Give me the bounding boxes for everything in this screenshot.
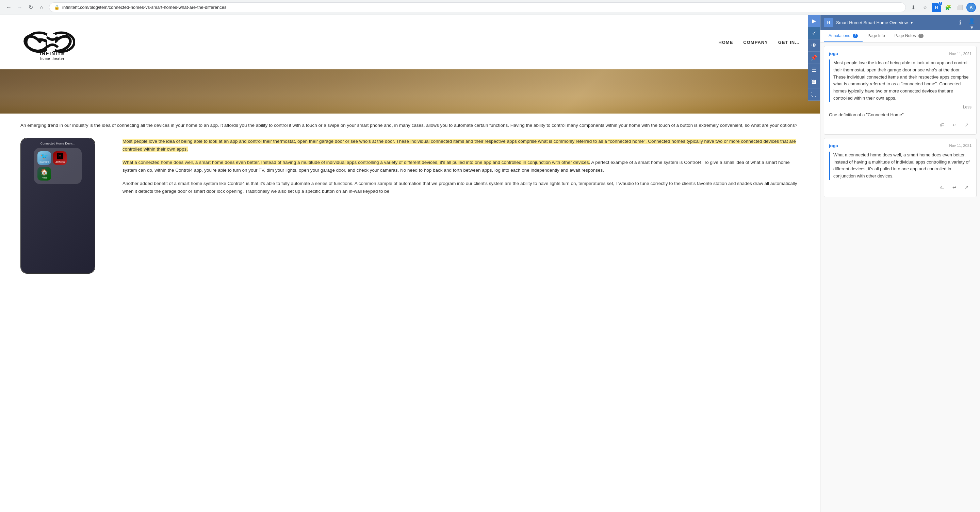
sidebar-icon-eye[interactable]: 👁 <box>808 40 820 52</box>
annotations-count-badge: 2 <box>853 34 858 38</box>
website-content: INFINITE home theater HOME COMPANY GET I… <box>0 15 820 512</box>
annotation-1-date: Nov 11, 2021 <box>950 52 972 56</box>
article-text: Most people love the idea of being able … <box>123 138 800 274</box>
tab-page-notes[interactable]: Page Notes 1 <box>890 30 929 42</box>
address-bar[interactable]: 🔒 infiniteht.com/blog/item/connected-hom… <box>49 2 906 12</box>
tab-page-info[interactable]: Page Info <box>862 30 889 42</box>
sidebar-icon-expand[interactable]: ⛶ <box>808 89 820 101</box>
annotation-2-quote: What a connected home does well, a smart… <box>829 152 972 180</box>
paragraph-2: What a connected home does well, a smart… <box>123 159 800 174</box>
hero-overlay <box>0 69 820 114</box>
annotation-1-user: joga <box>829 51 838 56</box>
intro-paragraph: An emerging trend in our industry is the… <box>21 122 800 130</box>
browser-chrome: ← → ↻ ⌂ 🔒 infiniteht.com/blog/item/conne… <box>0 0 980 15</box>
logo-svg: INFINITE home theater <box>21 22 75 63</box>
hero-image <box>0 69 820 114</box>
download-button[interactable]: ⬇ <box>908 3 918 12</box>
hypothesis-panel-toggle[interactable]: H <box>824 18 833 27</box>
site-header: INFINITE home theater HOME COMPANY GET I… <box>0 15 820 69</box>
annotation-1-share-button[interactable]: ↗ <box>962 120 972 130</box>
liftmaster-label: LiftMaster <box>55 161 65 163</box>
annotation-2-date: Nov 11, 2021 <box>950 143 972 147</box>
home-button[interactable]: ⌂ <box>37 3 46 12</box>
annotation-2-user: joga <box>829 143 838 148</box>
annotation-card-1: joga Nov 11, 2021 Most people love the i… <box>824 46 977 135</box>
panel-toolbar: H Smart Home/ Smart Home Overview ▾ ℹ 👤 … <box>821 15 980 30</box>
annotations-list: joga Nov 11, 2021 Most people love the i… <box>821 43 980 512</box>
lock-icon: 🔒 <box>54 5 60 10</box>
liftmaster-app-icon: 🅼 LiftMaster <box>53 151 67 165</box>
nest-app-icon: 🏠 Nest <box>37 167 51 181</box>
doorbird-label: DoorBird <box>40 161 49 163</box>
tab-annotations[interactable]: Annotations 2 <box>824 30 862 42</box>
sidebar-icon-arrow[interactable]: ▶ <box>808 15 820 27</box>
intro-section: An emerging trend in our industry is the… <box>0 114 820 130</box>
panel-title: Smart Home/ Smart Home Overview ▾ <box>836 20 953 25</box>
paragraph-3: Another added benefit of a smart home sy… <box>123 180 800 195</box>
sidebar-icon-list[interactable]: ☰ <box>808 64 820 76</box>
hypothesis-extension[interactable]: H 3 <box>932 3 941 12</box>
url-text: infiniteht.com/blog/item/connected-homes… <box>62 5 901 10</box>
annotation-1-ref: One definition of a "Connected Home" <box>829 112 972 117</box>
article-image: Connected Home Devic... 🐦 DoorBird 🅼 Lif… <box>21 138 102 274</box>
panel-user-button[interactable]: 👤 ▾ <box>967 18 977 27</box>
nest-label: Nest <box>42 176 47 179</box>
extension-badge: 3 <box>939 2 943 5</box>
sidebar-icons: ▶ ✓ 👁 📌 ☰ 🖼 ⛶ <box>808 15 820 101</box>
annotation-1-tag-button[interactable]: 🏷 <box>937 120 947 130</box>
browser-actions: ⬇ ☆ H 3 🧩 ⬜ A <box>908 3 976 12</box>
annotation-1-reply-button[interactable]: ↩ <box>950 120 959 130</box>
annotations-panel: H Smart Home/ Smart Home Overview ▾ ℹ 👤 … <box>820 15 980 512</box>
sidebar-icon-image[interactable]: 🖼 <box>808 76 820 89</box>
annotation-2-share-button[interactable]: ↗ <box>962 182 972 192</box>
tablet-button[interactable]: ⬜ <box>955 3 964 12</box>
bookmark-button[interactable]: ☆ <box>920 3 930 12</box>
back-button[interactable]: ← <box>4 3 14 12</box>
nav-home[interactable]: HOME <box>718 40 733 45</box>
annotation-1-actions: 🏷 ↩ ↗ <box>829 120 972 130</box>
svg-rect-2 <box>47 34 55 51</box>
phone-mockup: Connected Home Devic... 🐦 DoorBird 🅼 Lif… <box>21 138 95 274</box>
annotation-1-header: joga Nov 11, 2021 <box>829 51 972 56</box>
annotation-2-tag-button[interactable]: 🏷 <box>937 182 947 192</box>
annotation-1-quote: Most people love the idea of being able … <box>829 60 972 102</box>
main-layout: INFINITE home theater HOME COMPANY GET I… <box>0 15 980 512</box>
extensions-button[interactable]: 🧩 <box>943 3 953 12</box>
site-nav: HOME COMPANY GET IN... <box>718 40 800 45</box>
annotations-tabs: Annotations 2 Page Info Page Notes 1 <box>821 30 980 43</box>
forward-button[interactable]: → <box>15 3 24 12</box>
paragraph-1-highlighted: Most people love the idea of being able … <box>123 139 796 152</box>
paragraph-2-highlighted: What a connected home does well, a smart… <box>123 160 590 165</box>
nav-buttons: ← → ↻ ⌂ <box>4 3 46 12</box>
panel-info-button[interactable]: ℹ <box>956 18 965 27</box>
panel-toolbar-actions: ℹ 👤 ▾ <box>956 18 977 27</box>
doorbird-app-icon: 🐦 DoorBird <box>37 151 51 165</box>
paragraph-1: Most people love the idea of being able … <box>123 138 800 153</box>
app-folder: 🐦 DoorBird 🅼 LiftMaster 🏠 Nest <box>34 148 82 184</box>
phone-screen: Connected Home Devic... 🐦 DoorBird 🅼 Lif… <box>21 138 95 273</box>
page-notes-count-badge: 1 <box>918 34 924 38</box>
logo-area: INFINITE home theater <box>21 22 75 63</box>
svg-text:INFINITE: INFINITE <box>40 51 65 56</box>
refresh-button[interactable]: ↻ <box>26 3 35 12</box>
annotation-card-2: joga Nov 11, 2021 What a connected home … <box>824 138 977 197</box>
content-with-image: Connected Home Devic... 🐦 DoorBird 🅼 Lif… <box>0 138 820 274</box>
annotation-2-header: joga Nov 11, 2021 <box>829 143 972 148</box>
profile-avatar[interactable]: A <box>966 3 976 12</box>
nav-contact[interactable]: GET IN... <box>778 40 800 45</box>
annotation-2-actions: 🏷 ↩ ↗ <box>829 182 972 192</box>
nav-company[interactable]: COMPANY <box>743 40 768 45</box>
sidebar-icon-check[interactable]: ✓ <box>808 27 820 40</box>
annotation-1-less[interactable]: Less <box>829 105 972 109</box>
sidebar-icon-pin[interactable]: 📌 <box>808 52 820 64</box>
annotation-2-reply-button[interactable]: ↩ <box>950 182 959 192</box>
svg-text:home theater: home theater <box>40 57 65 60</box>
phone-label: Connected Home Devic... <box>40 142 76 145</box>
